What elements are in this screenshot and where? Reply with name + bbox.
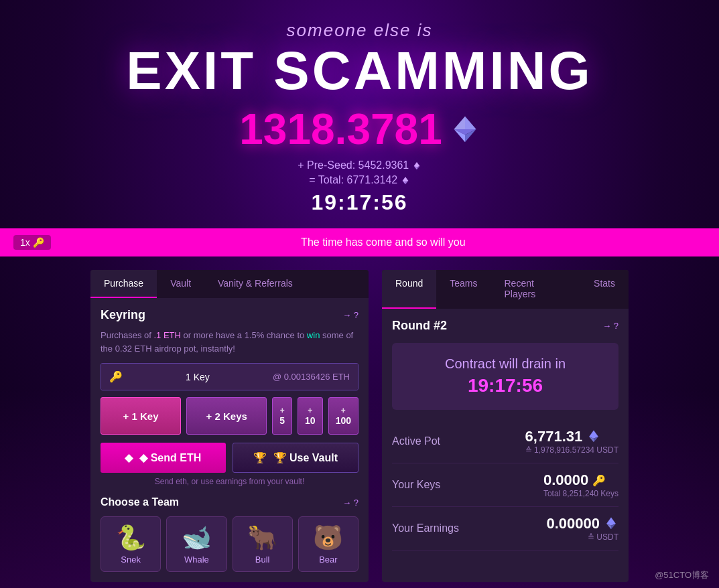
eth-icon-large (450, 115, 480, 144)
your-keys-row: Your Keys 0.0000 🔑 Total 8,251,240 Keys (392, 463, 618, 507)
hero-title: EXIT SCAMMING (0, 44, 719, 98)
svg-marker-3 (465, 117, 476, 129)
keyring-title: Keyring (101, 308, 145, 322)
your-earnings-row: Your Earnings 0.00000 ≙ USDT (392, 507, 618, 550)
eth-icon-send: ◆ (125, 451, 133, 464)
hero-section: someone else is EXIT SCAMMING 1318.3781 … (0, 0, 719, 222)
team-bear-emoji: 🐻 (306, 524, 351, 552)
choose-team-link[interactable]: → ? (342, 498, 358, 508)
your-earnings-sub: ≙ USDT (546, 532, 618, 542)
your-earnings-label: Your Earnings (392, 522, 459, 534)
buy-10-keys-button[interactable]: + 10 (298, 397, 323, 435)
choose-team-header: Choose a Team → ? (101, 496, 358, 508)
key-input[interactable] (131, 364, 265, 390)
eth-icon-total (401, 176, 410, 186)
left-panel-body: Keyring → ? Purchases of .1 ETH or more … (90, 298, 369, 582)
right-panel: Round Teams Recent Players Stats Round #… (382, 270, 629, 582)
tab-round[interactable]: Round (382, 270, 436, 309)
team-whale-emoji: 🐋 (174, 524, 219, 552)
tab-teams[interactable]: Teams (436, 270, 491, 309)
tab-stats[interactable]: Stats (580, 270, 629, 309)
marquee-banner: 1x 🔑 The time has come and so will you (0, 228, 719, 256)
send-eth-button[interactable]: ◆ ◆ Send ETH (101, 443, 226, 473)
drain-label: Contract will drain in (405, 356, 605, 372)
marquee-key-label: 1x 🔑 (13, 235, 51, 250)
tab-vanity-referrals[interactable]: Vanity & Referrals (204, 270, 306, 298)
drain-timer: 19:17:56 (405, 375, 605, 396)
key-input-row: 🔑 @ 0.00136426 ETH (101, 363, 358, 390)
vault-icon: 🏆 (253, 451, 267, 464)
team-snek-name: Snek (108, 555, 153, 565)
hero-amount: 1318.3781 (0, 104, 719, 154)
active-pot-value: 6,771.31 ≙ 1,978,916.57234 USDT (525, 428, 618, 455)
action-buttons: ◆ ◆ Send ETH 🏆 🏆 Use Vault (101, 443, 358, 473)
hero-preseed: + Pre-Seed: 5452.9361 (0, 159, 719, 171)
hero-subtitle: someone else is (0, 20, 719, 41)
buy-2-keys-button[interactable]: + 2 Keys (186, 397, 267, 435)
active-pot-label: Active Pot (392, 435, 440, 447)
key-icon-keys: 🔑 (592, 474, 606, 487)
left-panel: Purchase Vault Vanity & Referrals Keyrin… (90, 270, 369, 582)
send-note: Send eth, or use earnings from your vaul… (101, 477, 358, 486)
drain-box: Contract will drain in 19:17:56 (392, 343, 618, 410)
your-keys-sub: Total 8,251,240 Keys (543, 489, 618, 498)
buy-buttons-row: + 1 Key + 2 Keys + 5 + 10 + 100 (101, 397, 358, 435)
buy-100-keys-button[interactable]: + 100 (328, 397, 358, 435)
team-snek-emoji: 🐍 (108, 524, 153, 552)
your-keys-main: 0.0000 🔑 (543, 471, 618, 489)
team-whale-name: Whale (174, 555, 219, 565)
hero-total: = Total: 6771.3142 (0, 174, 719, 186)
teams-grid: 🐍 Snek 🐋 Whale 🐂 Bull 🐻 Bear (101, 516, 358, 572)
choose-team-title: Choose a Team (101, 496, 179, 508)
your-keys-value: 0.0000 🔑 Total 8,251,240 Keys (543, 471, 618, 498)
active-pot-sub: ≙ 1,978,916.57234 USDT (525, 445, 618, 455)
team-bull-emoji: 🐂 (240, 524, 285, 552)
info-highlight-win: win (307, 330, 320, 340)
active-pot-main: 6,771.31 (525, 428, 618, 445)
tab-purchase[interactable]: Purchase (90, 270, 157, 298)
left-tab-bar: Purchase Vault Vanity & Referrals (90, 270, 369, 298)
your-keys-label: Your Keys (392, 479, 440, 491)
active-pot-row: Active Pot 6,771.31 ≙ 1,978,916.57234 US… (392, 420, 618, 463)
your-earnings-value: 0.00000 ≙ USDT (546, 515, 618, 542)
panels-container: Purchase Vault Vanity & Referrals Keyrin… (0, 263, 719, 582)
tab-recent-players[interactable]: Recent Players (491, 270, 581, 309)
team-bear[interactable]: 🐻 Bear (298, 516, 358, 572)
keyring-link[interactable]: → ? (342, 310, 358, 320)
eth-icon-earnings (604, 516, 618, 531)
your-earnings-main: 0.00000 (546, 515, 618, 532)
round-link[interactable]: → ? (602, 321, 618, 331)
marquee-message: The time has come and so will you (61, 236, 706, 248)
team-bull[interactable]: 🐂 Bull (233, 516, 293, 572)
team-bear-name: Bear (306, 555, 351, 565)
key-price: @ 0.00136426 ETH (265, 364, 358, 390)
right-tab-bar: Round Teams Recent Players Stats (382, 270, 629, 309)
buy-1-key-button[interactable]: + 1 Key (101, 397, 181, 435)
team-snek[interactable]: 🐍 Snek (101, 516, 161, 572)
eth-icon-preseed (412, 161, 421, 171)
watermark: @51CTO博客 (655, 569, 709, 581)
eth-icon-pot (586, 429, 601, 444)
info-text: Purchases of .1 ETH or more have a 1.5% … (101, 329, 358, 355)
buy-5-keys-button[interactable]: + 5 (272, 397, 292, 435)
info-highlight-eth: .1 ETH (154, 330, 181, 340)
use-vault-button[interactable]: 🏆 🏆 Use Vault (233, 443, 359, 473)
team-bull-name: Bull (240, 555, 285, 565)
hero-amount-value: 1318.3781 (239, 104, 442, 154)
hero-timer: 19:17:56 (0, 190, 719, 215)
team-whale[interactable]: 🐋 Whale (166, 516, 226, 572)
svg-marker-4 (454, 117, 465, 129)
keyring-header: Keyring → ? (101, 308, 358, 322)
right-panel-body: Round #2 → ? Contract will drain in 19:1… (382, 309, 629, 561)
round-header: Round #2 → ? (392, 319, 618, 333)
tab-vault[interactable]: Vault (157, 270, 204, 298)
round-title: Round #2 (392, 319, 447, 333)
key-input-icon: 🔑 (101, 364, 131, 390)
